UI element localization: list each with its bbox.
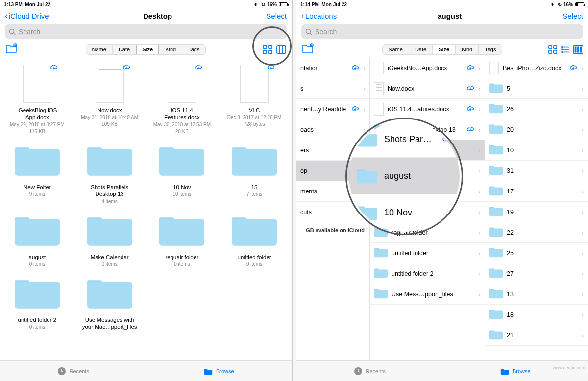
- file-item[interactable]: regualr folder0 items: [148, 210, 217, 267]
- list-row[interactable]: Best iPho…Zizo.docx›: [485, 58, 588, 78]
- new-folder-button[interactable]: [301, 42, 314, 56]
- list-row[interactable]: 10›: [485, 140, 588, 161]
- file-item[interactable]: Shots Parallels Desktop 134 items: [75, 140, 144, 205]
- grid-view-icon[interactable]: [262, 44, 273, 55]
- list-row[interactable]: untitled folder 2›: [370, 263, 485, 284]
- list-row[interactable]: 31›: [485, 161, 588, 181]
- file-item[interactable]: Now.docxMay 31, 2018 at 10:40 AM109 KB: [75, 63, 144, 135]
- list-row[interactable]: 18›: [485, 305, 588, 325]
- list-row[interactable]: 13›: [485, 284, 588, 305]
- chevron-left-icon: ‹: [301, 11, 304, 21]
- sort-kind[interactable]: Kind: [159, 45, 182, 54]
- file-item[interactable]: iOS 11.4 Features.docxMay 30, 2018 at 12…: [148, 63, 217, 135]
- sort-name[interactable]: Name: [86, 45, 113, 54]
- tab-browse[interactable]: Browse: [146, 361, 292, 381]
- page-title: august: [337, 12, 563, 20]
- file-item[interactable]: 10 Nov10 items: [148, 140, 217, 205]
- file-meta: 20 KB: [175, 129, 189, 135]
- tab-browse[interactable]: Browse: [442, 361, 588, 381]
- file-item[interactable]: untitled folder 20 items: [3, 272, 72, 331]
- search-field[interactable]: Search: [301, 24, 583, 39]
- list-row[interactable]: 25›: [485, 243, 588, 263]
- file-name: august: [29, 254, 46, 261]
- select-button[interactable]: Select: [266, 12, 287, 20]
- list-row[interactable]: iGeeksBlo…App.docx›: [370, 58, 485, 78]
- file-item[interactable]: New Folter9 items: [3, 140, 72, 205]
- folder-icon: [489, 267, 503, 280]
- folder-icon: [15, 144, 60, 177]
- column-view-icon[interactable]: [573, 45, 583, 54]
- nav-bar: ‹iCloud Drive Desktop Select: [0, 8, 292, 24]
- grid-view-icon[interactable]: [548, 45, 558, 54]
- sort-date[interactable]: Date: [409, 45, 433, 54]
- sort-date[interactable]: Date: [113, 45, 136, 54]
- sort-name[interactable]: Name: [383, 45, 409, 54]
- file-meta: 0 items: [174, 262, 190, 267]
- row-label: s: [300, 85, 359, 92]
- file-item[interactable]: untitled folder0 items: [220, 210, 289, 267]
- battery-percent: 16%: [267, 2, 277, 7]
- chevron-right-icon: ›: [478, 290, 481, 298]
- folder-icon: [489, 103, 503, 115]
- magnified-row: august: [349, 158, 460, 194]
- magnified-view: Shots Par…Desktopaugust10 Nov: [349, 121, 460, 232]
- file-meta: 728 bytes: [244, 121, 265, 127]
- file-item[interactable]: iGeeksBlog iOS App.docxMay 29, 2018 at 3…: [3, 63, 72, 135]
- list-row[interactable]: 5›: [485, 78, 588, 99]
- list-row[interactable]: Use Mess…pport_files›: [370, 284, 485, 305]
- controls-row: Name Date Size Kind Tags: [296, 41, 588, 58]
- select-button[interactable]: Select: [563, 12, 583, 20]
- folder-icon: [489, 288, 503, 300]
- file-name: 10 Nov: [173, 184, 191, 190]
- document-icon: [374, 103, 384, 116]
- sort-tags[interactable]: Tags: [479, 45, 502, 54]
- row-label: 31: [507, 167, 577, 174]
- sort-size[interactable]: Size: [136, 45, 159, 54]
- sort-tags[interactable]: Tags: [182, 45, 205, 54]
- list-view-icon[interactable]: [561, 45, 570, 54]
- list-row[interactable]: nent…y Readdle›: [296, 99, 369, 119]
- folder-icon: [357, 168, 377, 184]
- cloud-download-icon: [466, 64, 474, 72]
- page-title: Desktop: [49, 12, 267, 20]
- file-name: untitled folder 2: [18, 316, 57, 323]
- folder-icon: [15, 214, 60, 247]
- list-row[interactable]: s›: [296, 78, 369, 99]
- list-row[interactable]: 21›: [485, 325, 588, 346]
- list-row[interactable]: ntation›: [296, 58, 369, 78]
- chevron-right-icon: ›: [581, 229, 584, 237]
- list-row[interactable]: iOS 11.4…atures.docx›: [370, 99, 485, 119]
- search-placeholder: Search: [19, 28, 40, 36]
- column-view-icon[interactable]: [276, 44, 287, 55]
- list-row[interactable]: 19›: [485, 202, 588, 222]
- file-item[interactable]: Use Messages with your Mac…pport_files: [75, 272, 144, 331]
- file-name: Shots Parallels Desktop 13: [80, 184, 139, 198]
- search-field[interactable]: Search: [5, 24, 287, 39]
- tab-recents[interactable]: Recents: [296, 361, 442, 381]
- list-row[interactable]: 17›: [485, 181, 588, 202]
- back-button[interactable]: ‹iCloud Drive: [5, 11, 49, 21]
- chevron-right-icon: ›: [581, 311, 584, 319]
- new-folder-button[interactable]: [5, 42, 18, 56]
- document-icon: [374, 62, 384, 74]
- file-item[interactable]: Make Calendar0 items: [75, 210, 144, 267]
- file-item[interactable]: august0 items: [3, 210, 72, 267]
- list-row[interactable]: 27›: [485, 263, 588, 284]
- file-meta: May 31, 2018 at 10:40 AM: [81, 115, 138, 120]
- list-row[interactable]: oads›: [296, 119, 369, 140]
- tab-recents[interactable]: Recents: [0, 361, 146, 381]
- sort-kind[interactable]: Kind: [456, 45, 479, 54]
- list-row[interactable]: 22›: [485, 222, 588, 243]
- folder-icon: [489, 206, 503, 218]
- sort-size[interactable]: Size: [433, 45, 456, 54]
- list-row[interactable]: untitled folder›: [370, 243, 485, 263]
- chevron-right-icon: ›: [478, 208, 481, 216]
- file-item[interactable]: VLCDec 8, 2017 at 12:26 PM728 bytes: [220, 63, 289, 135]
- chevron-right-icon: ›: [581, 249, 584, 257]
- list-row[interactable]: Now.docx›: [370, 78, 485, 99]
- file-item[interactable]: 157 items: [220, 140, 289, 205]
- list-row[interactable]: 20›: [485, 119, 588, 140]
- list-row[interactable]: 26›: [485, 99, 588, 119]
- file-meta: 4 items: [102, 199, 118, 205]
- back-button[interactable]: ‹Locations: [301, 11, 337, 21]
